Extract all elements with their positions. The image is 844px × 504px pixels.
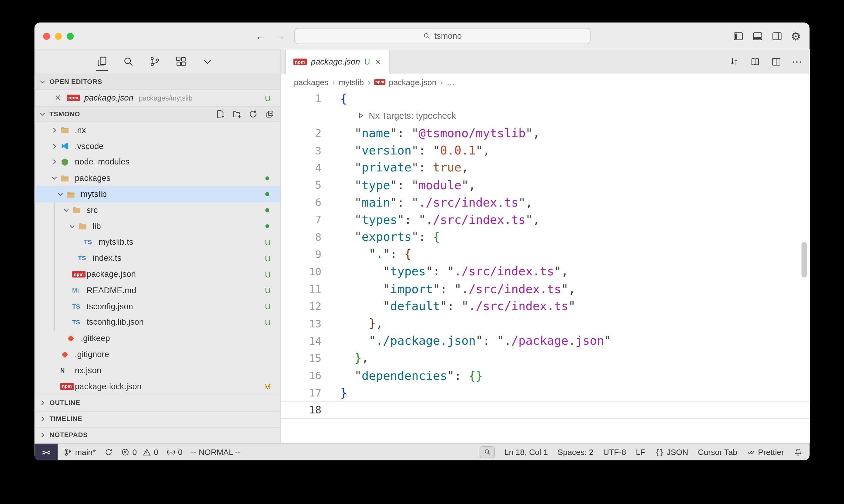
open-preview-icon[interactable] — [750, 56, 761, 67]
refresh-icon[interactable] — [248, 110, 257, 119]
indentation-setting[interactable]: Spaces: 2 — [557, 447, 593, 456]
close-tab-icon[interactable] — [374, 58, 382, 66]
code-line[interactable]: 1{ — [281, 90, 810, 107]
broadcast-count: 0 — [178, 447, 183, 456]
codelens-action[interactable]: Nx Targets: typecheck — [357, 111, 456, 121]
tree-item-mytslib[interactable]: mytslib — [35, 186, 280, 202]
code-line[interactable]: 7 "types": "./src/index.ts", — [281, 211, 810, 228]
tree-item-gitkeep[interactable]: .gitkeep — [35, 330, 280, 346]
tree-item-lib[interactable]: lib — [35, 218, 280, 234]
history-nav: ← → — [255, 23, 285, 50]
toggle-sidebar-icon[interactable] — [733, 30, 744, 41]
tree-item-label: .gitkeep — [81, 334, 110, 343]
tree-item-packages[interactable]: packages — [35, 170, 280, 186]
breadcrumb-mytslib[interactable]: mytslib — [339, 77, 364, 87]
close-icon[interactable] — [54, 94, 63, 102]
code-line[interactable]: 9 ".": { — [281, 246, 810, 263]
tree-item-tsconfig-json[interactable]: TStsconfig.jsonU — [35, 298, 280, 314]
tree-item-tsconfig-lib-json[interactable]: TStsconfig.lib.jsonU — [35, 314, 280, 330]
tree-item-package-lock-json[interactable]: npmpackage-lock.jsonM — [35, 379, 280, 395]
code-line[interactable]: 11 "import": "./src/index.ts", — [281, 280, 810, 298]
git-status-badge: U — [265, 286, 271, 295]
new-folder-icon[interactable] — [232, 110, 241, 119]
back-button[interactable]: ← — [255, 30, 266, 42]
search-toggle[interactable] — [480, 446, 495, 458]
code-line[interactable]: 18 — [281, 401, 810, 419]
new-file-icon[interactable] — [216, 110, 225, 119]
tree-item-node-modules[interactable]: node_modules — [35, 154, 280, 170]
tree-item-readme-md[interactable]: M↓README.mdU — [35, 282, 280, 298]
extensions-icon[interactable] — [174, 49, 188, 74]
forward-button[interactable]: → — [275, 30, 286, 42]
code-line[interactable]: 6 "main": "./src/index.ts", — [281, 194, 810, 211]
source-control-icon[interactable] — [147, 49, 162, 74]
tree-item-nx-json[interactable]: Nnx.json — [35, 363, 280, 379]
toggle-panel-icon[interactable] — [752, 30, 763, 41]
tree-item-mytslib-ts[interactable]: TSmytslib.tsU — [35, 234, 280, 250]
code-line[interactable]: 3 "version": "0.0.1", — [281, 142, 810, 159]
code-line[interactable]: 5 "type": "module", — [281, 176, 810, 194]
remote-indicator[interactable]: >< — [35, 444, 57, 461]
more-views-icon[interactable] — [200, 49, 214, 74]
toggle-secondary-sidebar-icon[interactable] — [772, 30, 783, 41]
line-number: 3 — [281, 144, 321, 156]
breadcrumb-more[interactable]: … — [447, 77, 455, 87]
encoding-setting[interactable]: UTF-8 — [603, 447, 626, 456]
code-line[interactable]: 4 "private": true, — [281, 159, 810, 176]
breadcrumb-package-json[interactable]: npmpackage.json — [374, 77, 436, 87]
npm-icon: npm — [374, 79, 385, 85]
branch-status[interactable]: main* — [64, 447, 96, 456]
code-line[interactable]: 17} — [281, 384, 810, 401]
problems-status[interactable]: 0 0 — [121, 447, 158, 456]
code-line[interactable]: 14 "./package.json": "./package.json" — [281, 332, 810, 349]
play-icon — [357, 112, 364, 120]
cursor-position[interactable]: Ln 18, Col 1 — [504, 447, 548, 456]
tree-item-nx[interactable]: .nx — [35, 122, 280, 138]
modified-dot — [265, 176, 269, 180]
open-changes-icon[interactable] — [729, 56, 740, 67]
codelens-row[interactable]: Nx Targets: typecheck — [281, 107, 810, 125]
code-line[interactable]: 13 }, — [281, 315, 810, 332]
code-editor[interactable]: 1{Nx Targets: typecheck2 "name": "@tsmon… — [281, 90, 810, 444]
sync-status[interactable] — [104, 448, 113, 456]
collapse-all-icon[interactable] — [265, 110, 274, 119]
code-line[interactable]: 16 "dependencies": {} — [281, 367, 810, 384]
panel-header-timeline[interactable]: TIMELINE — [35, 411, 280, 427]
tree-item-index-ts[interactable]: TSindex.tsU — [35, 250, 280, 266]
zoom-window-button[interactable] — [67, 32, 74, 39]
notifications-bell[interactable] — [794, 448, 802, 456]
explorer-header[interactable]: TSMONO — [35, 106, 280, 122]
tree-item-vscode[interactable]: .vscode — [35, 138, 280, 154]
settings-gear-icon[interactable]: ⚙ — [791, 30, 801, 41]
breadcrumb-packages[interactable]: packages — [294, 77, 328, 87]
tree-item-gitignore[interactable]: .gitignore — [35, 346, 280, 363]
search-icon[interactable] — [121, 49, 136, 74]
code-text: { — [340, 92, 347, 105]
code-line[interactable]: 8 "exports": { — [281, 228, 810, 246]
code-text: "name": "@tsmono/mytslib", — [340, 126, 540, 140]
code-line[interactable]: 12 "default": "./src/index.ts" — [281, 298, 810, 315]
broadcast-status[interactable]: 0 — [167, 447, 182, 456]
close-window-button[interactable] — [43, 32, 50, 39]
formatter-status[interactable]: Prettier — [747, 447, 784, 456]
eol-setting[interactable]: LF — [636, 447, 645, 456]
panel-header-outline[interactable]: OUTLINE — [35, 394, 280, 410]
cursor-tab-status[interactable]: Cursor Tab — [698, 447, 737, 456]
code-line[interactable]: 10 "types": "./src/index.ts", — [281, 263, 810, 280]
panel-header-notepads[interactable]: NOTEPADS — [35, 427, 280, 443]
scrollbar-thumb[interactable] — [802, 242, 807, 277]
code-line[interactable]: 15 }, — [281, 349, 810, 367]
command-center-search[interactable]: tsmono — [294, 28, 590, 44]
chevron-down-icon — [51, 175, 60, 182]
tab-package-json[interactable]: npm package.json U — [285, 49, 390, 74]
tree-item-package-json[interactable]: npmpackage.jsonU — [35, 266, 280, 282]
tree-item-src[interactable]: src — [35, 202, 280, 218]
code-line[interactable]: 2 "name": "@tsmono/mytslib", — [281, 125, 810, 142]
open-editor-item[interactable]: npm package.json packages/mytslib U — [35, 90, 280, 106]
more-actions-icon[interactable]: ⋯ — [792, 56, 802, 67]
files-icon[interactable] — [94, 49, 109, 74]
open-editors-header[interactable]: OPEN EDITORS — [35, 74, 280, 90]
language-mode[interactable]: {} JSON — [655, 447, 688, 456]
split-editor-icon[interactable] — [771, 56, 782, 67]
minimize-window-button[interactable] — [55, 32, 62, 39]
